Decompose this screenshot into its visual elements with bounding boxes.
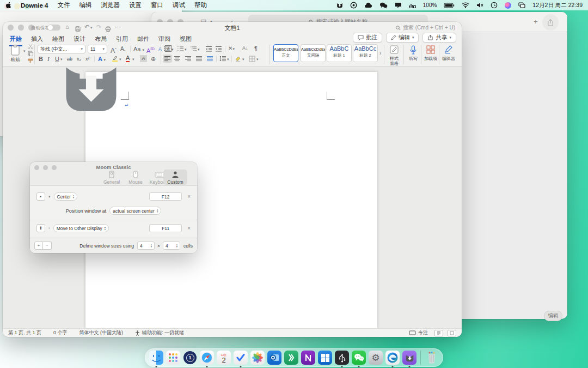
distribute-button[interactable]: [206, 56, 213, 63]
change-case-icon[interactable]: Aa ▾: [133, 45, 144, 54]
shape-picker-button[interactable]: ▪: [36, 192, 45, 201]
dock-trash-icon[interactable]: [425, 351, 439, 365]
menu-item-help[interactable]: 帮助: [194, 1, 207, 9]
clear-hotkey-icon[interactable]: ×: [187, 194, 191, 200]
style-normal[interactable]: AaBbCcDdEe 正文: [273, 44, 298, 62]
language-status[interactable]: 简体中文 (中国大陆): [79, 329, 124, 336]
clear-hotkey-icon[interactable]: ×: [187, 225, 191, 231]
phonetic-guide-icon[interactable]: A: [158, 45, 162, 53]
tab-custom[interactable]: Custom: [163, 170, 187, 185]
shading-icon[interactable]: [235, 56, 241, 63]
dock-things-icon[interactable]: [234, 351, 248, 365]
hotkey-field-f12[interactable]: F12: [149, 192, 182, 201]
menu-app-name[interactable]: Downie 4: [21, 2, 48, 9]
shading-chevron-icon[interactable]: ▾: [242, 57, 244, 62]
asian-layout-icon[interactable]: ✕▾: [228, 45, 235, 51]
grow-font-icon[interactable]: A^: [111, 45, 117, 55]
chevron-down-icon[interactable]: ▾: [48, 195, 51, 199]
dock-downie-icon[interactable]: [402, 351, 416, 365]
style-no-spacing[interactable]: AaBbCcDdEe 无间隔: [301, 44, 326, 62]
style-pane-button[interactable]: 样式 窗格: [386, 44, 402, 66]
shrink-font-icon[interactable]: Aˇ: [120, 45, 125, 55]
tab-mouse[interactable]: Mouse: [124, 170, 148, 185]
align-right-button[interactable]: [185, 56, 192, 63]
editor-button[interactable]: 编辑器: [440, 44, 457, 61]
tab-general[interactable]: General: [100, 170, 124, 185]
font-color-chevron-icon[interactable]: ▾: [132, 57, 134, 62]
cloud-status-icon[interactable]: [364, 2, 372, 9]
clear-format-icon[interactable]: A⌦: [146, 45, 155, 55]
apple-menu-icon[interactable]: [5, 2, 11, 9]
align-left-button[interactable]: [163, 55, 172, 63]
italic-button[interactable]: I: [47, 55, 50, 63]
grid-rows-select[interactable]: 4▴▾: [163, 242, 180, 250]
line-spacing-chevron-icon[interactable]: ▾: [227, 57, 229, 62]
multilevel-chevron-icon[interactable]: ▾: [198, 47, 200, 52]
number-list-icon[interactable]: [177, 46, 184, 53]
accessibility-status[interactable]: 辅助功能: 一切就绪: [135, 329, 184, 336]
pentab-status-icon[interactable]: [395, 2, 402, 9]
menu-item-window[interactable]: 窗口: [151, 1, 163, 9]
page-count[interactable]: 第 1 页, 共 1 页: [8, 329, 41, 336]
paste-chevron-icon[interactable]: ▾: [23, 49, 26, 53]
focus-mode-button[interactable]: 专注: [409, 329, 428, 336]
menu-item-debug[interactable]: 调试: [173, 1, 185, 9]
edit-mode-button[interactable]: 编辑 ▾: [386, 33, 419, 43]
font-name-select[interactable]: 等线 (中文... ▾: [38, 45, 85, 53]
menu-item-browser[interactable]: 浏览器: [101, 1, 120, 9]
dock-finder-icon[interactable]: [149, 351, 163, 365]
dock-excel-icon[interactable]: [284, 351, 298, 365]
format-painter-icon[interactable]: [28, 58, 33, 64]
grid-cols-select[interactable]: 4▴▾: [137, 242, 155, 250]
underline-button[interactable]: U: [55, 55, 59, 63]
wifi-icon[interactable]: [462, 2, 469, 9]
font-color-icon[interactable]: A: [126, 55, 130, 62]
menu-item-file[interactable]: 文件: [57, 1, 70, 9]
cut-icon[interactable]: [28, 44, 33, 50]
bullet-list-icon[interactable]: [164, 46, 171, 53]
menu-clock[interactable]: 12月2日 周二 22:39: [532, 2, 583, 9]
align-center-button[interactable]: [174, 56, 181, 63]
mute-icon[interactable]: [476, 2, 483, 9]
dock-safari-icon[interactable]: [200, 351, 214, 365]
dock-settings-icon[interactable]: ⚙: [369, 351, 383, 365]
share-icon[interactable]: [542, 14, 559, 31]
print-layout-view-button[interactable]: [434, 330, 443, 336]
battery-icon[interactable]: [444, 2, 455, 9]
clock-icon[interactable]: [491, 2, 498, 9]
comments-button[interactable]: 批注: [353, 33, 382, 43]
shape-picker-button[interactable]: ⬆: [36, 224, 45, 232]
dock-calendar-icon[interactable]: 12月2: [217, 351, 231, 365]
dock-outlook-icon[interactable]: [267, 351, 281, 365]
justify-button[interactable]: [195, 56, 203, 63]
styles-gallery-more-icon[interactable]: ›: [379, 50, 381, 56]
dictate-button[interactable]: 听写: [405, 44, 421, 61]
word-search-field[interactable]: 搜索 (Cmd + Ctrl + U): [396, 24, 455, 32]
style-heading2[interactable]: AaBbCc 标题 2: [353, 44, 378, 62]
record-status-icon[interactable]: [350, 2, 357, 9]
paste-button[interactable]: 粘贴: [8, 45, 22, 63]
dock-1password-icon[interactable]: 1: [183, 351, 197, 365]
action-select-move[interactable]: Move to Other Display ▴▾: [53, 224, 109, 232]
style-heading1[interactable]: AaBbC 标题 1: [327, 44, 352, 62]
new-tab-icon[interactable]: +: [534, 16, 538, 27]
bold-button[interactable]: B: [39, 55, 43, 63]
wechat-status-icon[interactable]: [379, 2, 388, 9]
font-size-select[interactable]: 11 ▾: [88, 45, 107, 53]
borders-icon[interactable]: [249, 56, 255, 63]
copy-icon[interactable]: [28, 51, 33, 57]
downie-status-icon[interactable]: [336, 2, 343, 9]
line-spacing-icon[interactable]: [219, 56, 226, 63]
action-select-center[interactable]: Center ▴▾: [54, 192, 78, 201]
dock-onenote-icon[interactable]: [301, 351, 315, 365]
number-chevron-icon[interactable]: ▾: [185, 47, 187, 52]
add-button[interactable]: +: [34, 242, 43, 250]
sort-icon[interactable]: A↓: [242, 45, 248, 51]
increase-indent-icon[interactable]: [215, 46, 222, 53]
position-select[interactable]: actual screen center ▴▾: [109, 207, 161, 215]
dock-usb-drive-icon[interactable]: [335, 351, 349, 365]
share-button[interactable]: 共享 ▾: [422, 33, 456, 43]
remove-button[interactable]: −: [43, 242, 52, 250]
edit-badge[interactable]: 编辑: [544, 311, 562, 321]
stats-status-icon[interactable]: [409, 2, 416, 9]
